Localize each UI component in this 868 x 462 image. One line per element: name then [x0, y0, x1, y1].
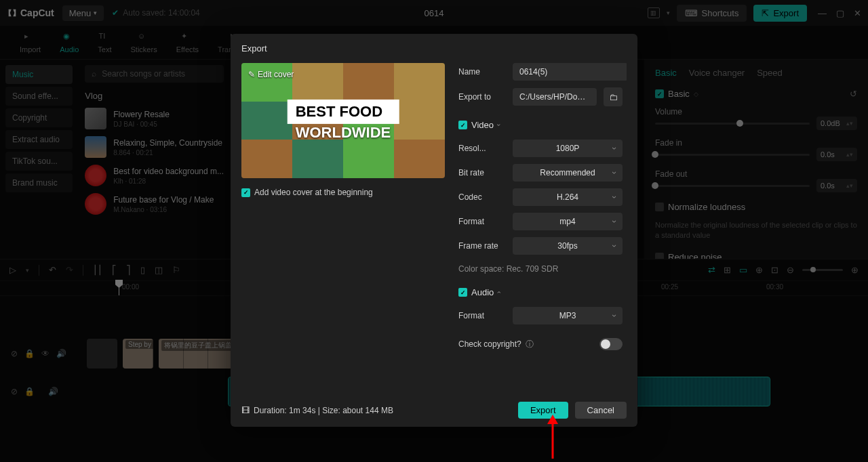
browse-folder-button[interactable]: 🗀	[604, 87, 623, 106]
video-section-header[interactable]: ✓ Video ›	[458, 120, 623, 130]
resolution-label: Resol...	[458, 144, 506, 153]
add-cover-checkbox-row[interactable]: ✓ Add video cover at the beginning	[241, 188, 445, 197]
cancel-button[interactable]: Cancel	[575, 402, 627, 419]
add-cover-checkbox[interactable]: ✓	[241, 188, 250, 197]
name-input[interactable]	[513, 63, 627, 81]
folder-icon: 🗀	[609, 92, 618, 102]
cover-subhead: WORLDWIDE	[288, 124, 399, 142]
audio-format-select[interactable]: MP3	[513, 307, 623, 324]
help-icon[interactable]: ⓘ	[526, 339, 534, 350]
copyright-toggle[interactable]	[599, 338, 623, 350]
modal-title: Export	[231, 34, 637, 63]
pencil-icon: ✎	[248, 70, 255, 79]
modal-footer: 🎞 Duration: 1m 34s | Size: about 144 MB …	[231, 394, 637, 427]
duration-info: 🎞 Duration: 1m 34s | Size: about 144 MB	[241, 406, 393, 415]
framerate-select[interactable]: 30fps	[513, 237, 623, 255]
audio-section-header[interactable]: ✓ Audio ›	[458, 287, 623, 297]
audio-checkbox[interactable]: ✓	[458, 288, 467, 297]
codec-label: Codec	[458, 192, 506, 202]
cover-headline: BEST FOOD	[288, 100, 399, 124]
name-label: Name	[458, 67, 506, 77]
colorspace-info: Color space: Rec. 709 SDR	[458, 264, 623, 274]
format-select[interactable]: mp4	[513, 213, 623, 230]
chevron-down-icon: ›	[495, 124, 502, 126]
framerate-label: Frame rate	[458, 241, 506, 251]
export-modal: Export ✎ Edit cover BEST FOOD WORLDWIDE …	[231, 34, 637, 427]
bitrate-label: Bit rate	[458, 168, 506, 177]
audio-format-label: Format	[458, 311, 506, 320]
film-icon: 🎞	[241, 406, 250, 415]
bitrate-select[interactable]: Recommended	[513, 164, 623, 182]
export-to-label: Export to	[458, 92, 506, 102]
video-checkbox[interactable]: ✓	[458, 121, 467, 129]
export-path: C:/Users/HP/Downlo...	[513, 88, 597, 106]
cover-preview[interactable]: ✎ Edit cover BEST FOOD WORLDWIDE	[241, 63, 445, 178]
export-confirm-button[interactable]: Export	[518, 402, 568, 419]
chevron-up-icon: ›	[495, 291, 502, 293]
edit-cover-button[interactable]: ✎ Edit cover	[248, 70, 294, 79]
resolution-select[interactable]: 1080P	[513, 140, 623, 157]
codec-select[interactable]: H.264	[513, 188, 623, 206]
format-label: Format	[458, 217, 506, 226]
copyright-label: Check copyright?	[458, 339, 521, 349]
